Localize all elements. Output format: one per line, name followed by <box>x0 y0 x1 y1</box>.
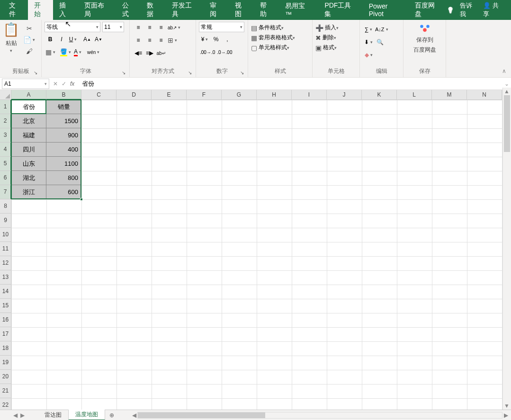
copy-button[interactable]: 📄 <box>22 34 36 45</box>
font-color-button[interactable]: A <box>72 46 83 58</box>
row-header-22[interactable]: 22 <box>0 398 11 410</box>
add-sheet-button[interactable]: ⊕ <box>105 412 118 419</box>
col-header-D[interactable]: D <box>117 90 152 100</box>
row-header-15[interactable]: 15 <box>0 299 11 313</box>
clear-button[interactable]: ◆ <box>363 49 374 61</box>
decrease-font-button[interactable]: A▼ <box>93 34 104 45</box>
cell-A3[interactable]: 福建 <box>11 128 46 143</box>
cell-A6[interactable]: 湖北 <box>11 171 46 185</box>
bold-button[interactable]: B <box>45 34 56 45</box>
wrap-text-button[interactable]: ab↵ <box>155 47 167 59</box>
cancel-formula-icon[interactable]: ✕ <box>53 80 58 87</box>
tab-powerpivot[interactable]: Power Pivot <box>363 0 409 22</box>
row-header-18[interactable]: 18 <box>0 341 11 356</box>
number-launcher[interactable]: ↘ <box>240 70 244 75</box>
decrease-decimal-button[interactable]: .0→.00 <box>216 46 233 58</box>
row-header-5[interactable]: 5 <box>0 157 11 171</box>
increase-decimal-button[interactable]: .00→.0 <box>199 46 216 58</box>
fill-color-button[interactable]: 🪣 <box>59 46 72 58</box>
row-header-9[interactable]: 9 <box>0 214 11 228</box>
row-header-6[interactable]: 6 <box>0 171 11 185</box>
row-header-3[interactable]: 3 <box>0 128 11 143</box>
conditional-format-button[interactable]: ▤ 条件格式 ▾ <box>251 24 295 32</box>
hscroll-thumb[interactable] <box>138 412 265 418</box>
paste-button[interactable]: 📋 粘贴 ▾ <box>3 22 19 53</box>
increase-font-button[interactable]: A▲ <box>81 34 93 45</box>
col-header-C[interactable]: C <box>81 90 117 100</box>
cell-A4[interactable]: 四川 <box>11 143 46 157</box>
row-header-7[interactable]: 7 <box>0 185 11 199</box>
format-cells-button[interactable]: ▣ 格式 ▾ <box>315 44 339 52</box>
row-header-20[interactable]: 20 <box>0 370 11 384</box>
col-header-E[interactable]: E <box>152 90 187 100</box>
sheet-nav-next[interactable]: ▶ <box>20 412 25 419</box>
scroll-down-arrow[interactable]: ▼ <box>503 402 511 410</box>
col-header-K[interactable]: K <box>362 90 397 100</box>
fx-icon[interactable]: fx <box>70 80 74 87</box>
enter-formula-icon[interactable]: ✓ <box>62 80 66 87</box>
row-header-19[interactable]: 19 <box>0 356 11 370</box>
align-launcher[interactable]: ↘ <box>188 70 192 75</box>
underline-button[interactable]: U <box>67 34 79 45</box>
cell-B4[interactable]: 400 <box>46 143 81 157</box>
align-top-button[interactable]: ≡ <box>133 22 144 33</box>
align-bottom-button[interactable]: ≡ <box>155 22 167 33</box>
align-right-button[interactable]: ≡ <box>155 35 167 46</box>
share-button[interactable]: 👤 共享 <box>483 1 503 18</box>
cell-A7[interactable]: 浙江 <box>11 185 46 199</box>
row-header-17[interactable]: 17 <box>0 327 11 341</box>
comma-button[interactable]: , <box>222 34 233 45</box>
row-header-12[interactable]: 12 <box>0 256 11 270</box>
format-painter-button[interactable]: 🖌 <box>22 45 36 57</box>
col-header-M[interactable]: M <box>432 90 467 100</box>
name-box[interactable]: A1▾ <box>2 79 49 89</box>
cell-B6[interactable]: 800 <box>46 171 81 185</box>
cell-styles-button[interactable]: ▢ 单元格样式 ▾ <box>251 44 295 52</box>
insert-cells-button[interactable]: ➕ 插入 ▾ <box>315 24 339 32</box>
font-name-select[interactable]: 等线 <box>45 22 100 32</box>
row-header-16[interactable]: 16 <box>0 313 11 327</box>
cut-button[interactable]: ✂ <box>22 23 36 34</box>
fill-handle[interactable] <box>80 198 83 201</box>
collapse-ribbon-button[interactable]: ∧ <box>502 68 506 74</box>
col-header-G[interactable]: G <box>222 90 257 100</box>
vertical-scrollbar[interactable]: ▲ ▼ <box>502 88 511 410</box>
delete-cells-button[interactable]: ✖ 删除 ▾ <box>315 34 339 42</box>
cell-B3[interactable]: 900 <box>46 128 81 143</box>
align-center-button[interactable]: ≡ <box>144 35 155 46</box>
cell-B2[interactable]: 1500 <box>46 114 81 128</box>
col-header-J[interactable]: J <box>327 90 362 100</box>
active-cell[interactable]: 省份 <box>11 99 46 114</box>
col-header-A[interactable]: A <box>11 90 46 100</box>
clipboard-launcher[interactable]: ↘ <box>34 70 37 75</box>
vscroll-thumb[interactable] <box>504 95 510 152</box>
number-format-select[interactable]: 常规 <box>199 22 244 32</box>
sheet-tab-heatmap[interactable]: 温度地图 <box>69 410 105 420</box>
scroll-right-arrow[interactable]: ▶ <box>502 412 510 419</box>
sort-filter-button[interactable]: A↓Z <box>374 24 389 35</box>
find-button[interactable]: 🔍 <box>374 36 385 48</box>
scroll-left-arrow[interactable]: ◀ <box>130 412 138 419</box>
percent-button[interactable]: % <box>210 34 222 45</box>
cell-A5[interactable]: 山东 <box>11 157 46 171</box>
tell-me[interactable]: 告诉我 <box>460 1 477 18</box>
col-header-B[interactable]: B <box>46 90 81 100</box>
col-header-H[interactable]: H <box>257 90 292 100</box>
currency-button[interactable]: ¥ <box>199 34 210 45</box>
spreadsheet-grid[interactable]: ABCDEFGHIJKLMN 1234567891011121314151617… <box>0 90 511 410</box>
col-header-N[interactable]: N <box>467 90 502 100</box>
merge-button[interactable]: ⊞ <box>167 35 178 46</box>
horizontal-scrollbar[interactable]: ◀ ▶ <box>137 412 502 419</box>
cell-B1[interactable]: 销量 <box>46 100 81 114</box>
formula-input[interactable] <box>78 79 502 89</box>
col-header-I[interactable]: I <box>292 90 327 100</box>
row-header-10[interactable]: 10 <box>0 228 11 242</box>
increase-indent-button[interactable]: ≡▶ <box>144 47 155 59</box>
fill-button[interactable]: ⬇ <box>363 36 374 48</box>
save-to-baidu-button[interactable]: 保存到 百度网盘 <box>413 22 436 54</box>
expand-formula-button[interactable]: ⌄ <box>502 80 511 87</box>
phonetic-button[interactable]: wén <box>86 46 100 58</box>
font-size-select[interactable]: 11 <box>102 22 124 32</box>
cell-B5[interactable]: 1100 <box>46 157 81 171</box>
row-header-14[interactable]: 14 <box>0 285 11 299</box>
